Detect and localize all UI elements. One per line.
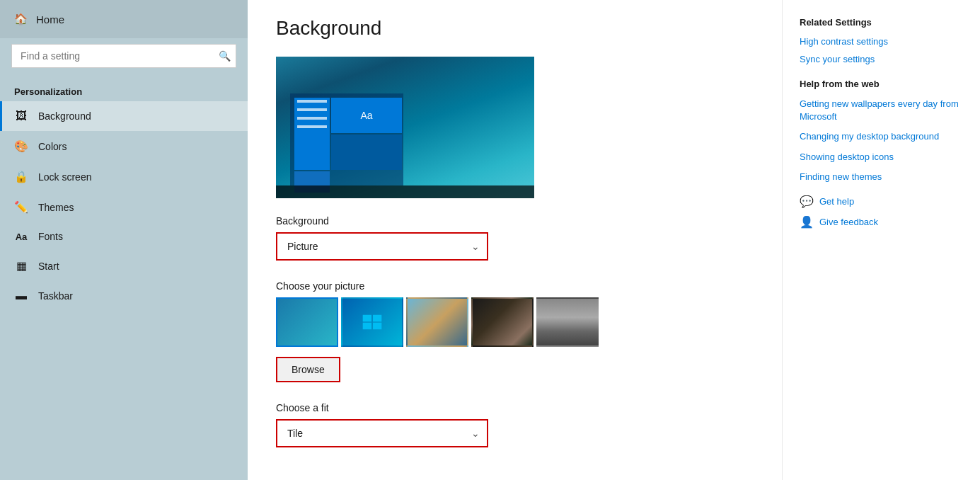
sidebar-item-themes[interactable]: ✏️ Themes [0, 192, 248, 222]
choose-picture-section: Choose your picture Browse [276, 280, 754, 382]
svg-rect-3 [373, 323, 381, 330]
sidebar-item-background[interactable]: 🖼 Background [0, 101, 248, 131]
picture-thumb-dark[interactable] [471, 297, 534, 347]
choose-fit-label: Choose a fit [276, 402, 754, 413]
picture-grid [276, 297, 754, 347]
sidebar-item-start[interactable]: ▦ Start [0, 251, 248, 281]
svg-rect-0 [363, 315, 371, 322]
sidebar-item-label: Start [38, 261, 59, 272]
home-label: Home [36, 13, 64, 25]
background-section: Background Picture Solid color Slideshow… [276, 215, 754, 261]
sidebar-item-label: Taskbar [38, 290, 73, 302]
fonts-icon: Aa [14, 232, 28, 242]
sidebar-section-label: Personalization [0, 79, 248, 101]
desktop-preview: Aa [276, 57, 534, 198]
background-dropdown-wrapper: Picture Solid color Slideshow ⌄ [276, 232, 488, 261]
right-panel: Related Settings High contrast settings … [782, 0, 980, 480]
get-help-label: Get help [819, 196, 854, 207]
new-themes-link[interactable]: Finding new themes [800, 171, 963, 183]
svg-rect-1 [373, 315, 381, 322]
change-bg-link[interactable]: Changing my desktop background [800, 130, 963, 143]
picture-thumb-waterfall[interactable] [536, 297, 599, 347]
windows-logo [362, 312, 383, 333]
preview-start-tiles: Aa [290, 93, 403, 185]
main-content: Background Aa [248, 0, 782, 480]
get-help-icon: 💬 [800, 195, 814, 208]
svg-rect-2 [363, 323, 371, 330]
sidebar-item-label: Colors [38, 141, 67, 152]
fit-dropdown-wrapper: Fill Fit Stretch Tile Center Span ⌄ [276, 419, 488, 447]
background-icon: 🖼 [14, 110, 28, 122]
search-container: 🔍 [11, 44, 236, 68]
desktop-icons-link[interactable]: Showing desktop icons [800, 151, 963, 164]
new-wallpapers-link[interactable]: Getting new wallpapers every day from Mi… [800, 98, 963, 123]
background-dropdown-label: Background [276, 215, 754, 227]
sidebar-item-label: Background [38, 110, 91, 122]
preview-tile-left [294, 98, 330, 170]
picture-thumb-windows[interactable] [341, 297, 403, 347]
choose-picture-label: Choose your picture [276, 280, 754, 292]
preview-tile-sub1 [331, 135, 402, 170]
start-icon: ▦ [14, 259, 28, 273]
sidebar-item-label: Themes [38, 202, 74, 213]
sidebar-home-button[interactable]: 🏠 Home [0, 0, 248, 38]
sync-settings-link[interactable]: Sync your settings [800, 54, 963, 64]
sidebar-item-taskbar[interactable]: ▬ Taskbar [0, 281, 248, 311]
page-title: Background [276, 17, 754, 40]
search-input[interactable] [11, 44, 236, 68]
picture-thumb-beach[interactable] [406, 297, 468, 347]
sidebar: 🏠 Home 🔍 Personalization 🖼 Background 🎨 … [0, 0, 248, 480]
taskbar-icon: ▬ [14, 290, 28, 302]
sidebar-item-fonts[interactable]: Aa Fonts [0, 222, 248, 251]
background-dropdown[interactable]: Picture Solid color Slideshow [276, 232, 488, 261]
sidebar-item-lock-screen[interactable]: 🔒 Lock screen [0, 161, 248, 192]
give-feedback-icon: 👤 [800, 215, 814, 229]
get-help-link[interactable]: 💬 Get help [800, 195, 963, 208]
fit-dropdown[interactable]: Fill Fit Stretch Tile Center Span [276, 419, 488, 447]
give-feedback-label: Give feedback [819, 217, 878, 227]
lock-screen-icon: 🔒 [14, 170, 28, 183]
sidebar-item-label: Fonts [38, 231, 63, 242]
help-title: Help from the web [800, 79, 963, 89]
preview-taskbar [276, 185, 534, 198]
colors-icon: 🎨 [14, 139, 28, 153]
themes-icon: ✏️ [14, 200, 28, 214]
home-icon: 🏠 [14, 13, 28, 25]
sidebar-item-colors[interactable]: 🎨 Colors [0, 131, 248, 161]
related-settings-title: Related Settings [800, 17, 963, 28]
preview-tile-main: Aa [331, 98, 402, 133]
choose-fit-section: Choose a fit Fill Fit Stretch Tile Cente… [276, 402, 754, 447]
high-contrast-link[interactable]: High contrast settings [800, 36, 963, 47]
search-button[interactable]: 🔍 [219, 50, 231, 62]
browse-button[interactable]: Browse [276, 357, 340, 382]
sidebar-item-label: Lock screen [38, 171, 91, 183]
give-feedback-link[interactable]: 👤 Give feedback [800, 215, 963, 229]
action-links-container: 💬 Get help 👤 Give feedback [800, 195, 963, 229]
picture-thumb-ocean[interactable] [276, 297, 338, 347]
